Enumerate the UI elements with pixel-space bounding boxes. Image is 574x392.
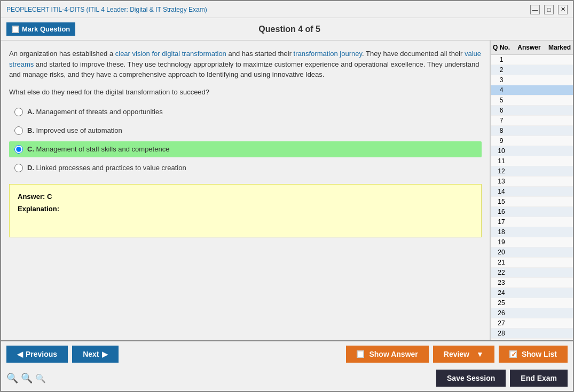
sidebar-cell-answer [512, 201, 546, 202]
option-a-radio[interactable] [14, 108, 23, 116]
sidebar-cell-marked [546, 201, 573, 202]
content-area: An organization has established a clear … [1, 41, 490, 340]
sidebar-row[interactable]: 28 [491, 329, 573, 339]
sidebar-row[interactable]: 24 [491, 288, 573, 298]
show-list-checkbox-icon: ✓ [509, 350, 517, 358]
sidebar-cell-marked [546, 282, 573, 283]
sidebar-cell-answer [512, 323, 546, 324]
sidebar-cell-qno: 10 [491, 147, 512, 155]
end-exam-button[interactable]: End Exam [510, 370, 568, 387]
sidebar-cell-qno: 3 [491, 76, 512, 84]
sidebar-row[interactable]: 22 [491, 268, 573, 278]
show-list-button[interactable]: ✓ Show List [499, 346, 568, 363]
answer-label: Answer: C [18, 193, 473, 201]
sidebar-row[interactable]: 10 [491, 146, 573, 156]
window-controls: — □ ✕ [530, 5, 568, 14]
option-c-text: C. Management of staff skills and compet… [27, 145, 169, 153]
show-answer-button[interactable]: Show Answer [346, 346, 428, 363]
sidebar-cell-qno: 12 [491, 167, 512, 175]
sidebar-row[interactable]: 12 [491, 166, 573, 177]
sidebar-cell-marked [546, 79, 573, 81]
option-b-radio[interactable] [14, 126, 23, 135]
sidebar-row[interactable]: 5 [491, 95, 573, 106]
sidebar-row[interactable]: 14 [491, 187, 573, 197]
sidebar-row[interactable]: 20 [491, 247, 573, 258]
close-button[interactable]: ✕ [558, 5, 568, 14]
sidebar-cell-marked [546, 333, 573, 334]
sidebar-cell-answer [512, 221, 546, 222]
option-b-text: B. Improved use of automation [27, 126, 122, 134]
sidebar-row[interactable]: 26 [491, 308, 573, 318]
mark-question-button[interactable]: Mark Question [6, 22, 75, 36]
footer: ◀ Previous Next ▶ Show Answer Review ▼ ✓… [1, 340, 573, 391]
sidebar-row[interactable]: 16 [491, 207, 573, 217]
toolbar: Mark Question Question 4 of 5 [1, 18, 573, 41]
sidebar-row[interactable]: 4 [491, 85, 573, 95]
maximize-button[interactable]: □ [544, 5, 554, 14]
sidebar-cell-marked [546, 110, 573, 111]
sidebar-row[interactable]: 9 [491, 136, 573, 146]
option-c[interactable]: C. Management of staff skills and compet… [9, 141, 482, 157]
option-d[interactable]: D. Linked processes and practices to val… [9, 160, 482, 176]
sidebar-row[interactable]: 3 [491, 75, 573, 85]
option-c-radio[interactable] [14, 145, 23, 154]
sidebar-cell-marked [546, 252, 573, 253]
sidebar-row[interactable]: 23 [491, 278, 573, 288]
marked-header: Marked [546, 43, 573, 52]
sidebar-cell-qno: 4 [491, 86, 512, 94]
review-button[interactable]: Review ▼ [433, 346, 494, 363]
option-a[interactable]: A. Management of threats and opportuniti… [9, 104, 482, 120]
sidebar-row[interactable]: 17 [491, 217, 573, 227]
sidebar-cell-marked [546, 171, 573, 172]
zoom-normal-button[interactable]: 🔍 [21, 372, 33, 384]
sidebar-row[interactable]: 25 [491, 298, 573, 308]
sidebar-cell-qno: 18 [491, 228, 512, 236]
sidebar-cell-answer [512, 262, 546, 263]
sidebar-cell-answer [512, 150, 546, 151]
next-button[interactable]: Next ▶ [72, 346, 118, 363]
option-b[interactable]: B. Improved use of automation [9, 123, 482, 139]
sidebar-cell-qno: 16 [491, 207, 512, 216]
title-bar: PEOPLECERT ITIL-4-DITS (ITIL 4 Leader: D… [1, 1, 573, 18]
save-session-button[interactable]: Save Session [436, 370, 506, 387]
zoom-out-button[interactable]: 🔍 [35, 373, 46, 383]
qno-header: Q No. [491, 43, 512, 52]
sidebar-cell-marked [546, 292, 573, 293]
sidebar-cell-answer [512, 100, 546, 101]
sidebar-cell-qno: 17 [491, 218, 512, 226]
sidebar-cell-qno: 21 [491, 258, 512, 267]
sidebar-row[interactable]: 19 [491, 237, 573, 247]
sidebar-cell-answer [512, 211, 546, 212]
sidebar-row[interactable]: 1 [491, 55, 573, 65]
sidebar-cell-qno: 8 [491, 126, 512, 135]
sidebar-cell-qno: 24 [491, 289, 512, 297]
sidebar-cell-qno: 26 [491, 309, 512, 317]
minimize-button[interactable]: — [530, 5, 540, 14]
sidebar-row[interactable]: 13 [491, 177, 573, 187]
app-window: PEOPLECERT ITIL-4-DITS (ITIL 4 Leader: D… [0, 0, 574, 392]
sidebar-row[interactable]: 21 [491, 258, 573, 268]
sidebar-cell-marked [546, 191, 573, 192]
previous-button[interactable]: ◀ Previous [6, 346, 68, 363]
sidebar-row[interactable]: 11 [491, 156, 573, 166]
sidebar-row[interactable]: 27 [491, 318, 573, 329]
answer-header: Answer [512, 43, 546, 52]
answer-box: Answer: C Explanation: [9, 184, 482, 237]
sidebar-cell-qno: 1 [491, 55, 512, 64]
sidebar-cell-qno: 9 [491, 137, 512, 145]
sidebar-row[interactable]: 8 [491, 126, 573, 136]
sidebar-row[interactable]: 2 [491, 65, 573, 75]
sidebar-cell-answer [512, 140, 546, 141]
previous-chevron-icon: ◀ [17, 350, 23, 358]
sidebar-row[interactable]: 6 [491, 106, 573, 116]
sidebar-row[interactable]: 15 [491, 197, 573, 207]
sidebar-cell-marked [546, 313, 573, 314]
sidebar-cell-qno: 25 [491, 299, 512, 307]
sidebar-row[interactable]: 18 [491, 227, 573, 237]
sidebar-row[interactable]: 7 [491, 116, 573, 126]
sidebar-cell-marked [546, 130, 573, 131]
sidebar-cell-marked [546, 161, 573, 162]
option-d-radio[interactable] [14, 164, 23, 172]
sidebar-cell-marked [546, 231, 573, 233]
zoom-in-button[interactable]: 🔍 [6, 372, 18, 384]
